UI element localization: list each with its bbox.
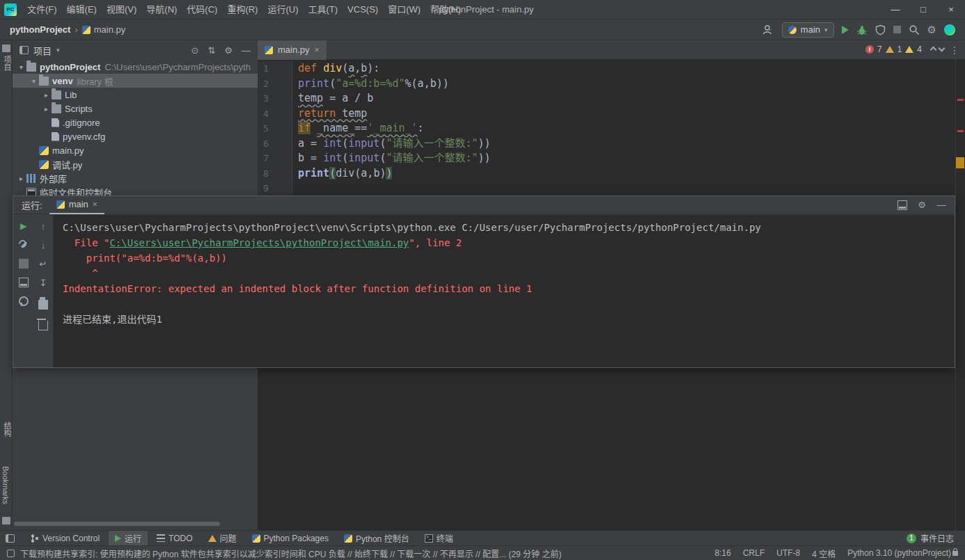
editor-tab-main-py[interactable]: main.py × [258,40,327,60]
tree-item[interactable]: ▾venvlibrary 根 [13,74,258,88]
clear-all-icon[interactable] [38,321,48,330]
breadcrumb-project[interactable]: pythonProject [10,24,70,35]
menu-item[interactable]: 文件(F) [22,0,62,19]
code-line[interactable]: 6a = int(input("请输入一个整数:")) [258,136,955,152]
rerun-icon[interactable]: ▶ [19,221,29,231]
status-message[interactable]: 下载预构建共享索引: 使用预构建的 Python 软件包共享索引以减少索引时间和… [20,547,703,559]
tree-item[interactable]: main.py [13,143,258,157]
error-stripe[interactable] [955,60,965,530]
print-icon[interactable] [38,300,48,310]
console-file-link[interactable]: C:\Users\user\PycharmProjects\pythonProj… [109,237,409,248]
project-stripe-icon[interactable] [2,45,10,52]
pin-icon[interactable] [19,296,29,306]
tab-close-icon[interactable]: × [315,45,320,55]
down-stack-trace-icon[interactable]: ↓ [38,240,48,250]
tab-options-icon[interactable]: ⋮ [950,45,965,56]
error-stripe-mark[interactable] [957,130,964,132]
code-line[interactable]: 1def div(a,b): [258,61,955,77]
tool-window-button-终端[interactable]: 终端 [418,531,460,546]
run-button[interactable] [842,26,849,34]
debug-bug-icon[interactable] [856,24,868,35]
code-line[interactable]: 3temp = a / b [258,91,955,106]
tool-window-button-todo[interactable]: TODO [150,531,198,546]
chevron-expanded-icon[interactable]: ▾ [29,77,38,85]
tool-window-button-问题[interactable]: 问题 [202,531,243,546]
code-line[interactable]: 8print(div(a,b)) [258,166,955,182]
menu-item[interactable]: 工具(T) [303,0,343,19]
coverage-shield-icon[interactable] [875,24,886,35]
soft-wrap-icon[interactable]: ↵ [38,259,48,269]
stripe-bookmarks-button[interactable]: Bookmarks [1,466,10,504]
settings-gear-icon[interactable]: ⚙ [927,24,936,35]
run-configuration-select[interactable]: main ▾ [782,22,834,38]
run-console[interactable]: C:\Users\user\PycharmProjects\pythonProj… [54,215,955,367]
horizontal-scrollbar[interactable] [14,522,220,526]
error-stripe-mark-orange[interactable] [956,157,964,168]
code-line[interactable]: 4return temp [258,106,955,122]
chevron-collapsed-icon[interactable]: ▸ [17,175,26,182]
tool-window-button-version-control[interactable]: Version Control [24,531,106,546]
tree-item[interactable]: ▾pythonProjectC:\Users\user\PycharmProje… [13,60,258,74]
menu-item[interactable]: VCS(S) [343,0,383,19]
chevron-collapsed-icon[interactable]: ▸ [42,105,51,113]
inspections-widget[interactable]: ! 7 1 4 [865,45,944,54]
menu-item[interactable]: 视图(V) [102,0,141,19]
code-line[interactable]: 9 [258,181,955,196]
tool-window-button-python-控制台[interactable]: Python 控制台 [338,531,416,546]
tree-item[interactable]: ▸Lib [13,88,258,102]
stripe-structure-button[interactable]: 结构 [1,422,13,437]
code-line[interactable]: 5if _name_=='_main_': [258,121,955,136]
settings-gear-icon[interactable]: ⚙ [224,46,233,55]
stop-button[interactable] [893,26,901,33]
minimize-button[interactable]: — [881,0,909,19]
code-line[interactable]: 2print("a=%d:b=%d"%(a,b)) [258,77,955,92]
expand-collapse-icon[interactable]: ⇅ [207,46,215,55]
up-stack-trace-icon[interactable]: ↑ [38,221,48,231]
code-line[interactable]: 7b = int(input("请输入一个整数:")) [258,151,955,166]
search-everywhere-icon[interactable] [909,24,920,35]
tool-window-button-运行[interactable]: 运行 [109,531,148,546]
status-widget[interactable]: Python 3.10 (pythonProject) [847,548,951,558]
settings-gear-icon[interactable]: ⚙ [917,200,927,210]
status-widget[interactable]: 4 空格 [812,547,835,559]
status-widget[interactable]: UTF-8 [776,548,800,558]
scroll-to-end-icon[interactable]: ↧ [38,278,48,287]
event-log-button[interactable]: 1 事件日志 [907,532,965,544]
previous-problem-icon[interactable] [930,46,937,53]
breadcrumb-file[interactable]: main.py [94,24,126,35]
restore-layout-icon[interactable] [19,278,29,287]
status-widget[interactable]: 8:16 [715,548,731,558]
tab-close-icon[interactable]: × [93,200,97,209]
chevron-expanded-icon[interactable]: ▾ [17,63,26,71]
close-button[interactable]: × [937,0,965,19]
menu-item[interactable]: 代码(C) [182,0,222,19]
menu-item[interactable]: 编辑(E) [62,0,102,19]
menu-item[interactable]: 导航(N) [141,0,182,19]
run-tab-main[interactable]: main × [49,196,104,214]
hide-panel-icon[interactable]: — [242,46,251,55]
wrench-icon[interactable] [19,240,29,250]
menu-item[interactable]: 重构(R) [222,0,262,19]
tree-item[interactable]: .gitignore [13,115,258,129]
bookmark-flag-icon[interactable] [2,517,10,525]
next-problem-icon[interactable] [939,45,946,52]
tree-item[interactable]: ▸Scripts [13,102,258,115]
tree-item[interactable]: ▸外部库 [13,171,258,185]
tool-window-button-python-packages[interactable]: Python Packages [246,531,335,546]
error-stripe-mark[interactable] [957,99,964,101]
tree-item[interactable]: pyvenv.cfg [13,129,258,143]
user-menu-icon[interactable] [762,24,774,35]
gradient-profile-icon[interactable] [944,24,955,35]
project-panel-title[interactable]: 项目 [33,44,52,57]
tree-item[interactable]: 调试.py [13,157,258,171]
chevron-collapsed-icon[interactable]: ▸ [42,91,51,99]
maximize-button[interactable]: □ [909,0,937,19]
download-indexes-icon[interactable] [7,550,15,557]
menu-item[interactable]: 窗口(W) [383,0,425,19]
chevron-down-icon[interactable]: ▾ [56,47,60,54]
stop-icon[interactable] [19,259,29,269]
menu-item[interactable]: 运行(U) [262,0,303,19]
lock-icon[interactable] [952,551,958,556]
tool-window-switcher-icon[interactable] [6,534,15,543]
locate-icon[interactable]: ⊙ [191,46,199,55]
